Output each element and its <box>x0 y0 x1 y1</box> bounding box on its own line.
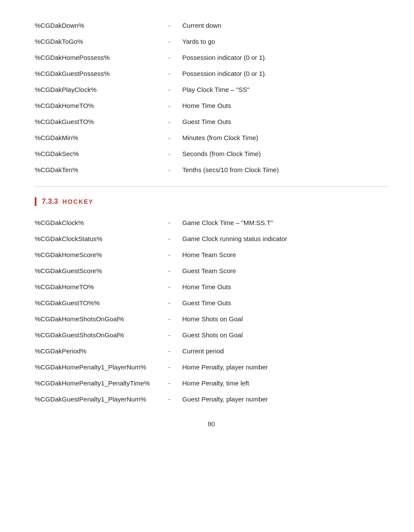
hockey-section-header: 7.3.3 HOCKEY <box>35 197 388 206</box>
dash: - <box>156 102 182 109</box>
desc-label: Yards to go <box>182 38 388 45</box>
desc-label: Home Time Outs <box>182 283 388 290</box>
code-label: %CGDakMin% <box>35 134 156 141</box>
code-label: %CGDakGuestTO%% <box>35 299 156 307</box>
dash: - <box>156 331 182 339</box>
dash: - <box>156 54 182 61</box>
desc-label: Tenths (secs/10 from Clock Time) <box>182 166 388 173</box>
desc-label: Home Shots on Goal <box>182 315 388 323</box>
dash: - <box>156 283 182 290</box>
table-row: %CGDakPeriod% - Current period <box>35 343 388 359</box>
dash: - <box>156 267 182 274</box>
desc-label: Home Penalty, time left <box>182 379 388 387</box>
table-row: %CGDakGuestTO%% - Guest Time Outs <box>35 295 388 311</box>
code-label: %CGDakDown% <box>35 22 156 29</box>
code-label: %CGDakHomeScore% <box>35 251 156 258</box>
dash: - <box>156 315 182 323</box>
desc-label: Guest Shots on Goal <box>182 331 388 339</box>
table-row: %CGDakHomePenalty1_PenaltyTime% - Home P… <box>35 375 388 391</box>
table-row: %CGDakDown% - Current down <box>35 17 388 33</box>
desc-label: Possession indicator (0 or 1). <box>182 54 388 61</box>
code-label: %CGDakHomeTO% <box>35 102 156 109</box>
code-label: %CGDakPlayClock% <box>35 86 156 93</box>
dash: - <box>156 363 182 371</box>
dash: - <box>156 134 182 141</box>
code-label: %CGDakGuestTO% <box>35 118 156 125</box>
dash: - <box>156 70 182 77</box>
desc-label: Game Clock running status indicator <box>182 235 388 242</box>
code-label: %CGDakHomeShotsOnGoal% <box>35 315 156 323</box>
dash: - <box>156 118 182 125</box>
desc-label: Home Time Outs <box>182 102 388 109</box>
desc-label: Seconds (from Clock Time) <box>182 150 388 157</box>
table-row: %CGDakHomeTO% - Home Time Outs <box>35 98 388 114</box>
code-label: %CGDakHomePossess% <box>35 54 156 61</box>
desc-label: Home Team Score <box>182 251 388 258</box>
code-label: %CGDakToGo% <box>35 38 156 45</box>
table-row: %CGDakGuestScore% - Guest Team Score <box>35 263 388 279</box>
dash: - <box>156 219 182 226</box>
section-title: HOCKEY <box>62 198 94 205</box>
desc-label: Possession indicator (0 or 1). <box>182 70 388 77</box>
code-label: %CGDakGuestPenalty1_PlayerNum% <box>35 395 156 403</box>
section-divider <box>35 186 388 187</box>
table-row: %CGDakHomeScore% - Home Team Score <box>35 247 388 263</box>
table-row: %CGDakHomeShotsOnGoal% - Home Shots on G… <box>35 311 388 327</box>
code-label: %CGDakSec% <box>35 150 156 157</box>
table-row: %CGDakSec% - Seconds (from Clock Time) <box>35 146 388 162</box>
code-label: %CGDakPeriod% <box>35 347 156 355</box>
table-row: %CGDakHomePenalty1_PlayerNum% - Home Pen… <box>35 359 388 375</box>
code-label: %CGDakHomePenalty1_PlayerNum% <box>35 363 156 371</box>
dash: - <box>156 86 182 93</box>
dash: - <box>156 299 182 307</box>
table-row: %CGDakMin% - Minutes (from Clock Time) <box>35 130 388 146</box>
dash: - <box>156 235 182 242</box>
desc-label: Current period <box>182 347 388 355</box>
page-content: %CGDakDown% - Current down %CGDakToGo% -… <box>35 17 388 428</box>
desc-label: Home Penalty, player number <box>182 363 388 371</box>
code-label: %CGDakTen% <box>35 166 156 173</box>
table-row: %CGDakGuestTO% - Guest Time Outs <box>35 114 388 130</box>
table-row: %CGDakGuestPenalty1_PlayerNum% - Guest P… <box>35 391 388 407</box>
table-row: %CGDakTen% - Tenths (secs/10 from Clock … <box>35 162 388 178</box>
table-row: %CGDakPlayClock% - Play Clock Time – "SS… <box>35 82 388 98</box>
desc-label: Game Clock Time – "MM:SS.T" <box>182 219 388 226</box>
dash: - <box>156 166 182 173</box>
dash: - <box>156 395 182 403</box>
football-table: %CGDakDown% - Current down %CGDakToGo% -… <box>35 17 388 178</box>
table-row: %CGDakClock% - Game Clock Time – "MM:SS.… <box>35 215 388 231</box>
table-row: %CGDakGuestPossess% - Possession indicat… <box>35 65 388 82</box>
desc-label: Play Clock Time – "SS" <box>182 86 388 93</box>
table-row: %CGDakToGo% - Yards to go <box>35 33 388 49</box>
dash: - <box>156 347 182 355</box>
desc-label: Guest Penalty, player number <box>182 395 388 403</box>
dash: - <box>156 379 182 387</box>
table-row: %CGDakGuestShotsOnGoal% - Guest Shots on… <box>35 327 388 343</box>
code-label: %CGDakGuestScore% <box>35 267 156 274</box>
code-label: %CGDakClock% <box>35 219 156 226</box>
desc-label: Guest Time Outs <box>182 299 388 307</box>
table-row: %CGDakHomePossess% - Possession indicato… <box>35 49 388 65</box>
dash: - <box>156 22 182 29</box>
code-label: %CGDakHomePenalty1_PenaltyTime% <box>35 379 156 387</box>
desc-label: Guest Time Outs <box>182 118 388 125</box>
table-row: %CGDakHomeTO% - Home Time Outs <box>35 279 388 295</box>
section-number: 7.3.3 <box>42 197 58 206</box>
code-label: %CGDakGuestShotsOnGoal% <box>35 331 156 339</box>
dash: - <box>156 38 182 45</box>
desc-label: Minutes (from Clock Time) <box>182 134 388 141</box>
dash: - <box>156 251 182 258</box>
hockey-table: %CGDakClock% - Game Clock Time – "MM:SS.… <box>35 215 388 407</box>
desc-label: Guest Team Score <box>182 267 388 274</box>
code-label: %CGDakHomeTO% <box>35 283 156 290</box>
table-row: %CGDakClockStatus% - Game Clock running … <box>35 231 388 247</box>
desc-label: Current down <box>182 22 388 29</box>
code-label: %CGDakClockStatus% <box>35 235 156 242</box>
page-number: 80 <box>35 420 388 428</box>
code-label: %CGDakGuestPossess% <box>35 70 156 77</box>
dash: - <box>156 150 182 157</box>
